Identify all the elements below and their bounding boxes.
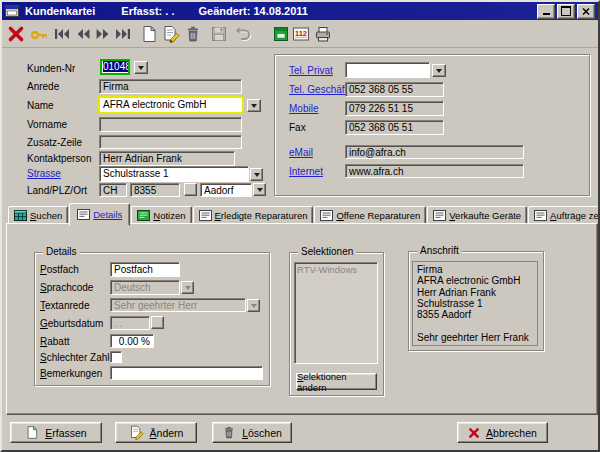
printer-icon bbox=[314, 25, 332, 43]
anschrift-line: Sehr geehrter Herr Frank bbox=[417, 332, 533, 343]
trash-icon bbox=[222, 425, 236, 440]
list-icon bbox=[433, 210, 446, 221]
close-button[interactable] bbox=[577, 4, 595, 19]
selektionen-listbox[interactable]: RTV-Windows bbox=[294, 262, 378, 364]
toolbar-cancel-button[interactable] bbox=[5, 23, 26, 44]
toolbar: 112 bbox=[2, 20, 598, 48]
new-document-icon bbox=[140, 25, 158, 43]
rabatt-label: Rabatt bbox=[40, 336, 69, 347]
textanrede-label: Textanrede bbox=[40, 300, 89, 311]
kundenkartei-window: Kundenkartei Erfasst: . . Geändert: 14.0… bbox=[0, 0, 600, 452]
toolbar-last-record-button[interactable] bbox=[112, 23, 133, 44]
erfassen-label: Erfassen bbox=[45, 427, 86, 439]
tab-label: Aufträge zeigen bbox=[550, 210, 600, 221]
toolbar-key-button[interactable] bbox=[28, 23, 49, 44]
first-record-icon bbox=[53, 25, 71, 43]
tel-privat-field[interactable] bbox=[345, 62, 430, 78]
toolbar-print-button[interactable] bbox=[312, 23, 333, 44]
kundennr-field[interactable]: 01048 bbox=[100, 59, 130, 75]
selektionen-aendern-button[interactable]: Selektionen ändern bbox=[296, 373, 377, 390]
aendern-label: Ändern bbox=[150, 427, 184, 439]
edit-document-icon bbox=[129, 425, 144, 440]
plz-field: 8355 bbox=[130, 183, 180, 197]
sprachcode-dropdown-button bbox=[181, 281, 194, 294]
cancel-x-icon bbox=[7, 25, 25, 43]
strasse-link[interactable]: Strasse bbox=[27, 168, 61, 179]
ort-field[interactable]: Aadorf bbox=[200, 183, 252, 197]
name-dropdown-button[interactable] bbox=[247, 99, 261, 112]
tab-label: Notizen bbox=[153, 210, 185, 221]
list-icon bbox=[534, 210, 547, 221]
anrede-label: Anrede bbox=[27, 81, 59, 92]
toolbar-new-button[interactable] bbox=[138, 23, 159, 44]
ort-dropdown-button[interactable] bbox=[253, 183, 266, 196]
undo-icon bbox=[234, 25, 252, 43]
vorname-label: Vorname bbox=[27, 119, 67, 130]
maximize-button[interactable] bbox=[557, 4, 575, 19]
rabatt-field[interactable]: 0.00 % bbox=[110, 334, 154, 348]
abbrechen-button[interactable]: Abbrechen bbox=[457, 422, 548, 443]
prev-record-icon bbox=[74, 25, 92, 43]
next-record-icon bbox=[94, 25, 112, 43]
toolbar-delete-button[interactable] bbox=[182, 23, 203, 44]
email-field: info@afra.ch bbox=[345, 145, 524, 159]
toolbar-edit-button[interactable] bbox=[160, 23, 181, 44]
selektionen-group-title: Selektionen bbox=[298, 246, 356, 257]
vorname-field bbox=[99, 117, 242, 132]
new-document-icon bbox=[25, 425, 39, 440]
bemerkungen-field[interactable] bbox=[110, 366, 263, 380]
toolbar-directory-button[interactable]: 112 bbox=[290, 23, 311, 44]
tel-privat-link[interactable]: Tel. Privat bbox=[289, 65, 333, 76]
email-link[interactable]: eMail bbox=[289, 147, 313, 158]
tab-label: Suchen bbox=[30, 210, 62, 221]
land-field: CH bbox=[99, 183, 127, 197]
strasse-dropdown-button[interactable] bbox=[250, 168, 263, 181]
schlechter-zahler-checkbox[interactable] bbox=[110, 351, 122, 363]
anschrift-line: 8355 Aadorf bbox=[417, 309, 533, 320]
key-icon bbox=[30, 25, 48, 43]
postfach-field[interactable]: Postfach bbox=[110, 262, 180, 277]
loeschen-label: Löschen bbox=[242, 427, 282, 439]
geburtsdatum-label: Geburtsdatum bbox=[40, 318, 103, 329]
tab-label: Erledigte Reparaturen bbox=[215, 210, 308, 221]
sprachcode-select: Deutsch bbox=[110, 280, 180, 295]
erfassen-button[interactable]: Erfassen bbox=[10, 422, 102, 443]
anschrift-line bbox=[417, 320, 533, 331]
table-grid-icon bbox=[14, 210, 27, 221]
toolbar-prev-record-button[interactable] bbox=[72, 23, 93, 44]
toolbar-next-record-button[interactable] bbox=[92, 23, 113, 44]
selektion-list-item[interactable]: RTV-Windows bbox=[297, 264, 375, 275]
tab-label: Verkaufte Geräte bbox=[449, 210, 521, 221]
anrede-field: Firma bbox=[99, 79, 242, 94]
tel-privat-dropdown-button[interactable] bbox=[432, 64, 446, 77]
toolbar-first-record-button[interactable] bbox=[51, 23, 72, 44]
trash-icon bbox=[184, 25, 202, 43]
anschrift-preview-box: Firma AFRA electronic GmbH Herr Adrian F… bbox=[412, 261, 538, 346]
selektionen-aendern-label: Selektionen ändern bbox=[297, 371, 376, 393]
aendern-button[interactable]: Ändern bbox=[115, 422, 197, 443]
strasse-field[interactable]: Schulstrasse 1 bbox=[99, 166, 249, 182]
tel-geschaeft-link[interactable]: Tel. Geschäft bbox=[289, 84, 347, 95]
kundennr-dropdown-button[interactable] bbox=[134, 61, 148, 74]
plz-lookup-button[interactable] bbox=[184, 183, 197, 196]
landplzort-label: Land/PLZ/Ort bbox=[27, 185, 87, 196]
tab-details[interactable]: Details bbox=[69, 203, 130, 226]
name-field[interactable]: AFRA electronic GmbH bbox=[98, 96, 244, 114]
tab-strip: Suchen Details Notizen Erledigte Reparat… bbox=[8, 205, 600, 225]
window-icon bbox=[5, 5, 19, 17]
anschrift-group-title: Anschrift bbox=[417, 245, 462, 256]
textanrede-dropdown-button bbox=[247, 299, 260, 312]
list-icon bbox=[199, 210, 212, 221]
toolbar-book-button[interactable] bbox=[270, 23, 291, 44]
loeschen-button[interactable]: Löschen bbox=[212, 422, 292, 443]
mobile-link[interactable]: Mobile bbox=[289, 103, 318, 114]
toolbar-save-button bbox=[208, 23, 229, 44]
tab-label: Offene Reparaturen bbox=[336, 210, 420, 221]
bemerkungen-label: Bemerkungen bbox=[40, 368, 102, 379]
note-icon bbox=[137, 210, 150, 221]
internet-link[interactable]: Internet bbox=[289, 166, 323, 177]
minimize-button[interactable] bbox=[537, 4, 555, 19]
window-title: Kundenkartei bbox=[25, 5, 95, 17]
list-icon bbox=[77, 209, 90, 220]
sprachcode-label: Sprachcode bbox=[40, 282, 93, 293]
